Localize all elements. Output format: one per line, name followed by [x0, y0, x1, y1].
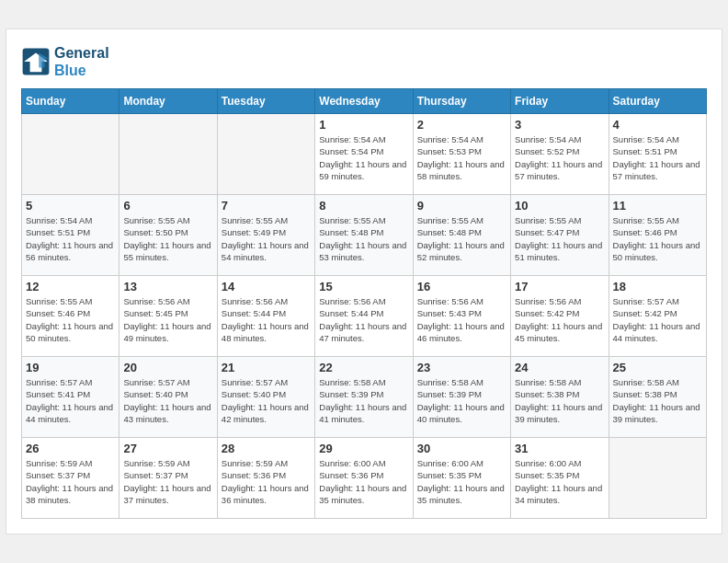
calendar-day-cell: 16Sunrise: 5:56 AMSunset: 5:43 PMDayligh… [413, 276, 510, 357]
calendar-day-cell: 26Sunrise: 5:59 AMSunset: 5:37 PMDayligh… [22, 438, 119, 519]
calendar-day-cell: 12Sunrise: 5:55 AMSunset: 5:46 PMDayligh… [22, 276, 119, 357]
day-number: 13 [123, 280, 212, 293]
day-number: 9 [417, 199, 506, 213]
calendar-day-cell: 11Sunrise: 5:55 AMSunset: 5:46 PMDayligh… [609, 195, 706, 276]
day-info: Sunrise: 5:54 AMSunset: 5:51 PMDaylight:… [26, 214, 115, 263]
calendar-day-cell: 29Sunrise: 6:00 AMSunset: 5:36 PMDayligh… [315, 438, 413, 519]
weekday-header: Tuesday [217, 89, 314, 114]
calendar-day-cell: 13Sunrise: 5:56 AMSunset: 5:45 PMDayligh… [119, 276, 217, 357]
day-number: 20 [123, 361, 212, 374]
calendar-day-cell: 25Sunrise: 5:58 AMSunset: 5:38 PMDayligh… [609, 357, 706, 438]
day-number: 3 [515, 118, 604, 132]
day-number: 31 [515, 442, 604, 455]
day-info: Sunrise: 5:55 AMSunset: 5:48 PMDaylight:… [319, 214, 408, 263]
day-number: 30 [417, 442, 506, 455]
day-info: Sunrise: 5:55 AMSunset: 5:49 PMDaylight:… [222, 214, 311, 263]
day-number: 23 [417, 361, 506, 374]
day-info: Sunrise: 5:57 AMSunset: 5:40 PMDaylight:… [123, 376, 212, 425]
calendar-day-cell: 19Sunrise: 5:57 AMSunset: 5:41 PMDayligh… [22, 357, 119, 438]
day-info: Sunrise: 5:54 AMSunset: 5:51 PMDaylight:… [613, 133, 702, 182]
day-info: Sunrise: 5:54 AMSunset: 5:54 PMDaylight:… [319, 133, 408, 182]
day-number: 6 [123, 199, 212, 213]
day-number: 17 [515, 280, 604, 293]
weekday-header: Thursday [413, 89, 510, 114]
day-info: Sunrise: 5:55 AMSunset: 5:48 PMDaylight:… [417, 214, 506, 263]
weekday-header: Monday [119, 89, 217, 114]
weekday-header: Saturday [609, 89, 706, 114]
calendar-day-cell: 3Sunrise: 5:54 AMSunset: 5:52 PMDaylight… [511, 114, 609, 195]
logo-icon [21, 47, 51, 76]
day-info: Sunrise: 5:54 AMSunset: 5:53 PMDaylight:… [417, 133, 506, 182]
calendar-day-cell: 24Sunrise: 5:58 AMSunset: 5:38 PMDayligh… [511, 357, 609, 438]
day-info: Sunrise: 5:58 AMSunset: 5:39 PMDaylight:… [319, 376, 408, 425]
day-number: 2 [417, 118, 506, 132]
calendar-day-cell [609, 438, 706, 519]
day-info: Sunrise: 5:56 AMSunset: 5:45 PMDaylight:… [123, 295, 212, 344]
day-number: 27 [123, 442, 212, 455]
day-info: Sunrise: 5:57 AMSunset: 5:41 PMDaylight:… [26, 376, 115, 425]
logo: General Blue [21, 44, 109, 79]
calendar-day-cell: 30Sunrise: 6:00 AMSunset: 5:35 PMDayligh… [413, 438, 510, 519]
calendar-week-row: 5Sunrise: 5:54 AMSunset: 5:51 PMDaylight… [22, 195, 707, 276]
day-number: 4 [613, 118, 702, 132]
day-info: Sunrise: 5:57 AMSunset: 5:42 PMDaylight:… [613, 295, 702, 344]
day-info: Sunrise: 5:55 AMSunset: 5:50 PMDaylight:… [123, 214, 212, 263]
day-number: 25 [613, 361, 702, 374]
day-info: Sunrise: 5:58 AMSunset: 5:38 PMDaylight:… [515, 376, 604, 425]
day-info: Sunrise: 5:54 AMSunset: 5:52 PMDaylight:… [515, 133, 604, 182]
day-number: 1 [319, 118, 408, 132]
day-info: Sunrise: 5:58 AMSunset: 5:39 PMDaylight:… [417, 376, 506, 425]
calendar-day-cell: 4Sunrise: 5:54 AMSunset: 5:51 PMDaylight… [609, 114, 706, 195]
logo-text: General Blue [54, 44, 109, 79]
day-info: Sunrise: 5:55 AMSunset: 5:47 PMDaylight:… [515, 214, 604, 263]
calendar-day-cell: 2Sunrise: 5:54 AMSunset: 5:53 PMDaylight… [413, 114, 510, 195]
calendar-day-cell: 5Sunrise: 5:54 AMSunset: 5:51 PMDaylight… [22, 195, 119, 276]
day-number: 21 [222, 361, 311, 374]
day-number: 29 [319, 442, 408, 455]
calendar-day-cell: 7Sunrise: 5:55 AMSunset: 5:49 PMDaylight… [217, 195, 314, 276]
calendar-day-cell: 1Sunrise: 5:54 AMSunset: 5:54 PMDaylight… [315, 114, 413, 195]
day-info: Sunrise: 6:00 AMSunset: 5:35 PMDaylight:… [515, 457, 604, 506]
calendar-container: General Blue SundayMondayTuesdayWednesda… [6, 29, 722, 534]
day-info: Sunrise: 5:55 AMSunset: 5:46 PMDaylight:… [26, 295, 115, 344]
day-info: Sunrise: 5:55 AMSunset: 5:46 PMDaylight:… [613, 214, 702, 263]
calendar-day-cell: 23Sunrise: 5:58 AMSunset: 5:39 PMDayligh… [413, 357, 510, 438]
calendar-week-row: 1Sunrise: 5:54 AMSunset: 5:54 PMDaylight… [22, 114, 707, 195]
calendar-day-cell [119, 114, 217, 195]
weekday-header: Sunday [22, 89, 119, 114]
calendar-day-cell: 18Sunrise: 5:57 AMSunset: 5:42 PMDayligh… [609, 276, 706, 357]
day-number: 22 [319, 361, 408, 374]
calendar-body: 1Sunrise: 5:54 AMSunset: 5:54 PMDaylight… [22, 114, 707, 519]
calendar-day-cell: 20Sunrise: 5:57 AMSunset: 5:40 PMDayligh… [119, 357, 217, 438]
weekday-header: Wednesday [315, 89, 413, 114]
calendar-day-cell: 28Sunrise: 5:59 AMSunset: 5:36 PMDayligh… [217, 438, 314, 519]
day-info: Sunrise: 5:58 AMSunset: 5:38 PMDaylight:… [613, 376, 702, 425]
day-number: 18 [613, 280, 702, 293]
day-info: Sunrise: 5:56 AMSunset: 5:44 PMDaylight:… [319, 295, 408, 344]
day-number: 19 [26, 361, 115, 374]
day-number: 8 [319, 199, 408, 213]
day-number: 16 [417, 280, 506, 293]
day-info: Sunrise: 5:57 AMSunset: 5:40 PMDaylight:… [222, 376, 311, 425]
calendar-day-cell: 17Sunrise: 5:56 AMSunset: 5:42 PMDayligh… [511, 276, 609, 357]
calendar-day-cell: 21Sunrise: 5:57 AMSunset: 5:40 PMDayligh… [217, 357, 314, 438]
weekday-row: SundayMondayTuesdayWednesdayThursdayFrid… [22, 89, 707, 114]
day-number: 15 [319, 280, 408, 293]
day-info: Sunrise: 6:00 AMSunset: 5:35 PMDaylight:… [417, 457, 506, 506]
day-info: Sunrise: 5:59 AMSunset: 5:36 PMDaylight:… [222, 457, 311, 506]
day-info: Sunrise: 6:00 AMSunset: 5:36 PMDaylight:… [319, 457, 408, 506]
day-number: 7 [222, 199, 311, 213]
calendar-day-cell: 14Sunrise: 5:56 AMSunset: 5:44 PMDayligh… [217, 276, 314, 357]
day-number: 12 [26, 280, 115, 293]
calendar-header: General Blue [21, 44, 707, 79]
calendar-week-row: 26Sunrise: 5:59 AMSunset: 5:37 PMDayligh… [22, 438, 707, 519]
day-number: 10 [515, 199, 604, 213]
day-info: Sunrise: 5:56 AMSunset: 5:42 PMDaylight:… [515, 295, 604, 344]
calendar-day-cell: 6Sunrise: 5:55 AMSunset: 5:50 PMDaylight… [119, 195, 217, 276]
calendar-table: SundayMondayTuesdayWednesdayThursdayFrid… [21, 88, 707, 519]
day-info: Sunrise: 5:56 AMSunset: 5:43 PMDaylight:… [417, 295, 506, 344]
calendar-day-cell: 8Sunrise: 5:55 AMSunset: 5:48 PMDaylight… [315, 195, 413, 276]
calendar-day-cell: 15Sunrise: 5:56 AMSunset: 5:44 PMDayligh… [315, 276, 413, 357]
day-number: 14 [222, 280, 311, 293]
day-info: Sunrise: 5:59 AMSunset: 5:37 PMDaylight:… [26, 457, 115, 506]
